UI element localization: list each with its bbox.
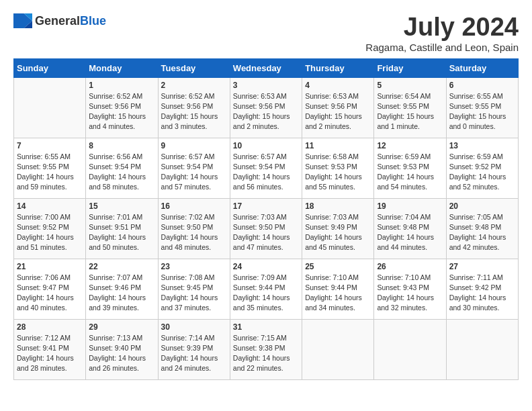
day-number: 5: [377, 81, 443, 90]
day-number: 21: [17, 262, 83, 271]
day-detail: Sunrise: 7:15 AMSunset: 9:38 PMDaylight:…: [233, 334, 290, 373]
table-row: 16 Sunrise: 7:02 AMSunset: 9:50 PMDaylig…: [158, 198, 230, 259]
day-detail: Sunrise: 6:59 AMSunset: 9:53 PMDaylight:…: [377, 152, 434, 191]
title-area: July 2024 Ragama, Castille and Leon, Spa…: [365, 13, 519, 53]
table-row: 19 Sunrise: 7:04 AMSunset: 9:48 PMDaylig…: [374, 198, 446, 259]
day-detail: Sunrise: 7:10 AMSunset: 9:43 PMDaylight:…: [377, 273, 434, 312]
day-number: 24: [233, 262, 299, 271]
day-number: 28: [17, 322, 83, 332]
table-row: 20 Sunrise: 7:05 AMSunset: 9:48 PMDaylig…: [446, 198, 518, 259]
table-row: 5 Sunrise: 6:54 AMSunset: 9:55 PMDayligh…: [374, 77, 446, 138]
day-number: 6: [449, 81, 515, 90]
day-detail: Sunrise: 7:13 AMSunset: 9:40 PMDaylight:…: [89, 334, 146, 373]
calendar-week-row: 14 Sunrise: 7:00 AMSunset: 9:52 PMDaylig…: [14, 198, 519, 259]
table-row: 21 Sunrise: 7:06 AMSunset: 9:47 PMDaylig…: [14, 259, 86, 319]
day-detail: Sunrise: 6:53 AMSunset: 9:56 PMDaylight:…: [305, 92, 362, 131]
header-sunday: Sunday: [14, 58, 86, 77]
table-row: 7 Sunrise: 6:55 AMSunset: 9:55 PMDayligh…: [14, 138, 86, 198]
table-row: 14 Sunrise: 7:00 AMSunset: 9:52 PMDaylig…: [14, 198, 86, 259]
day-number: 9: [161, 141, 227, 150]
table-row: 31 Sunrise: 7:15 AMSunset: 9:38 PMDaylig…: [230, 319, 302, 379]
day-detail: Sunrise: 7:04 AMSunset: 9:48 PMDaylight:…: [377, 213, 434, 252]
day-detail: Sunrise: 7:01 AMSunset: 9:51 PMDaylight:…: [89, 213, 146, 252]
header-saturday: Saturday: [446, 58, 518, 77]
calendar-week-row: 1 Sunrise: 6:52 AMSunset: 9:56 PMDayligh…: [14, 77, 519, 138]
table-row: 4 Sunrise: 6:53 AMSunset: 9:56 PMDayligh…: [302, 77, 374, 138]
table-row: 25 Sunrise: 7:10 AMSunset: 9:44 PMDaylig…: [302, 259, 374, 319]
day-number: 23: [161, 262, 227, 271]
day-detail: Sunrise: 6:52 AMSunset: 9:56 PMDaylight:…: [161, 92, 218, 131]
day-number: 2: [161, 81, 227, 90]
table-row: 24 Sunrise: 7:09 AMSunset: 9:44 PMDaylig…: [230, 259, 302, 319]
header: GeneralBlue July 2024 Ragama, Castille a…: [13, 13, 519, 53]
day-number: 3: [233, 81, 299, 90]
day-detail: Sunrise: 6:57 AMSunset: 9:54 PMDaylight:…: [161, 152, 218, 191]
day-detail: Sunrise: 7:12 AMSunset: 9:41 PMDaylight:…: [17, 334, 74, 373]
table-row: 2 Sunrise: 6:52 AMSunset: 9:56 PMDayligh…: [158, 77, 230, 138]
day-detail: Sunrise: 6:58 AMSunset: 9:53 PMDaylight:…: [305, 152, 362, 191]
day-detail: Sunrise: 7:10 AMSunset: 9:44 PMDaylight:…: [305, 273, 362, 312]
day-number: 4: [305, 81, 371, 90]
header-tuesday: Tuesday: [158, 58, 230, 77]
header-thursday: Thursday: [302, 58, 374, 77]
day-detail: Sunrise: 6:55 AMSunset: 9:55 PMDaylight:…: [17, 152, 74, 191]
table-row: 13 Sunrise: 6:59 AMSunset: 9:52 PMDaylig…: [446, 138, 518, 198]
day-number: 14: [17, 201, 83, 211]
day-detail: Sunrise: 7:05 AMSunset: 9:48 PMDaylight:…: [449, 213, 506, 252]
month-title: July 2024: [365, 13, 519, 42]
day-detail: Sunrise: 7:00 AMSunset: 9:52 PMDaylight:…: [17, 213, 74, 252]
day-number: 19: [377, 201, 443, 211]
table-row: 10 Sunrise: 6:57 AMSunset: 9:54 PMDaylig…: [230, 138, 302, 198]
day-detail: Sunrise: 7:08 AMSunset: 9:45 PMDaylight:…: [161, 273, 218, 312]
day-detail: Sunrise: 7:06 AMSunset: 9:47 PMDaylight:…: [17, 273, 74, 312]
day-detail: Sunrise: 6:59 AMSunset: 9:52 PMDaylight:…: [449, 152, 506, 191]
header-friday: Friday: [374, 58, 446, 77]
day-number: 17: [233, 201, 299, 211]
table-row: 3 Sunrise: 6:53 AMSunset: 9:56 PMDayligh…: [230, 77, 302, 138]
day-detail: Sunrise: 6:57 AMSunset: 9:54 PMDaylight:…: [233, 152, 290, 191]
table-row: 30 Sunrise: 7:14 AMSunset: 9:39 PMDaylig…: [158, 319, 230, 379]
table-row: 22 Sunrise: 7:07 AMSunset: 9:46 PMDaylig…: [86, 259, 158, 319]
table-row: 12 Sunrise: 6:59 AMSunset: 9:53 PMDaylig…: [374, 138, 446, 198]
table-row: 8 Sunrise: 6:56 AMSunset: 9:54 PMDayligh…: [86, 138, 158, 198]
table-row: 6 Sunrise: 6:55 AMSunset: 9:55 PMDayligh…: [446, 77, 518, 138]
location-title: Ragama, Castille and Leon, Spain: [365, 42, 519, 53]
logo: GeneralBlue: [13, 13, 106, 28]
header-wednesday: Wednesday: [230, 58, 302, 77]
calendar-week-row: 21 Sunrise: 7:06 AMSunset: 9:47 PMDaylig…: [14, 259, 519, 319]
table-row: 17 Sunrise: 7:03 AMSunset: 9:50 PMDaylig…: [230, 198, 302, 259]
day-number: 30: [161, 322, 227, 332]
header-monday: Monday: [86, 58, 158, 77]
day-detail: Sunrise: 7:14 AMSunset: 9:39 PMDaylight:…: [161, 334, 218, 373]
day-number: 8: [89, 141, 154, 150]
day-detail: Sunrise: 7:03 AMSunset: 9:50 PMDaylight:…: [233, 213, 290, 252]
day-detail: Sunrise: 7:07 AMSunset: 9:46 PMDaylight:…: [89, 273, 146, 312]
table-row: 27 Sunrise: 7:11 AMSunset: 9:42 PMDaylig…: [446, 259, 518, 319]
day-detail: Sunrise: 7:02 AMSunset: 9:50 PMDaylight:…: [161, 213, 218, 252]
day-number: 13: [449, 141, 515, 150]
day-detail: Sunrise: 6:52 AMSunset: 9:56 PMDaylight:…: [89, 92, 146, 131]
day-number: 20: [449, 201, 515, 211]
day-detail: Sunrise: 6:53 AMSunset: 9:56 PMDaylight:…: [233, 92, 290, 131]
weekday-header-row: Sunday Monday Tuesday Wednesday Thursday…: [14, 58, 519, 77]
table-row: [14, 77, 86, 138]
day-number: 25: [305, 262, 371, 271]
day-number: 27: [449, 262, 515, 271]
day-detail: Sunrise: 7:09 AMSunset: 9:44 PMDaylight:…: [233, 273, 290, 312]
table-row: 18 Sunrise: 7:03 AMSunset: 9:49 PMDaylig…: [302, 198, 374, 259]
day-number: 7: [17, 141, 83, 150]
day-number: 11: [305, 141, 371, 150]
day-detail: Sunrise: 7:03 AMSunset: 9:49 PMDaylight:…: [305, 213, 362, 252]
calendar-week-row: 28 Sunrise: 7:12 AMSunset: 9:41 PMDaylig…: [14, 319, 519, 379]
day-number: 10: [233, 141, 299, 150]
calendar-week-row: 7 Sunrise: 6:55 AMSunset: 9:55 PMDayligh…: [14, 138, 519, 198]
day-number: 1: [89, 81, 154, 90]
table-row: 23 Sunrise: 7:08 AMSunset: 9:45 PMDaylig…: [158, 259, 230, 319]
day-number: 29: [89, 322, 154, 332]
day-detail: Sunrise: 6:56 AMSunset: 9:54 PMDaylight:…: [89, 152, 146, 191]
table-row: [446, 319, 518, 379]
day-number: 26: [377, 262, 443, 271]
day-number: 15: [89, 201, 154, 211]
day-detail: Sunrise: 6:54 AMSunset: 9:55 PMDaylight:…: [377, 92, 434, 131]
table-row: 28 Sunrise: 7:12 AMSunset: 9:41 PMDaylig…: [14, 319, 86, 379]
